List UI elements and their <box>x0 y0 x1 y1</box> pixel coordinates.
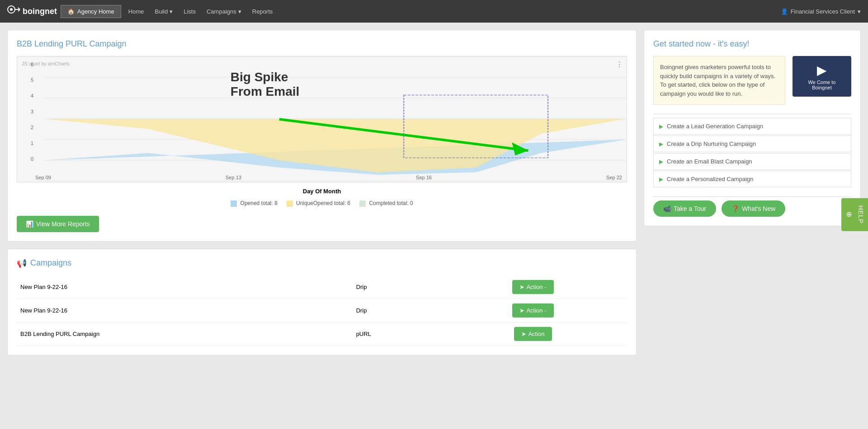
campaign-type-3: pURL <box>353 322 439 345</box>
chart-x-title: Day Of Month <box>17 188 627 195</box>
campaigns-card: 📢 Campaigns New Plan 9-22-16 Drip ➤ Acti… <box>7 249 637 355</box>
action-button-2[interactable]: ➤ Action - <box>512 303 553 317</box>
arrow-icon-blast: ▶ <box>659 159 663 165</box>
bar-chart-icon: 📊 <box>26 220 33 228</box>
divider-2 <box>653 196 851 197</box>
y-label-0: 0 <box>17 156 35 162</box>
nav-lists[interactable]: Lists <box>178 5 201 18</box>
link-personalized[interactable]: ▶ Create a Personalized Campaign <box>653 171 851 187</box>
campaign-name-1: New Plan 9-22-16 <box>17 275 353 299</box>
x-label-sep09: Sep 09 <box>35 175 51 180</box>
take-tour-button[interactable]: 📹 Take a Tour <box>653 201 716 217</box>
chart-y-axis: 0 1 2 3 4 5 6 <box>17 56 35 168</box>
legend-opened: Opened total: 8 <box>231 200 277 207</box>
y-label-2: 2 <box>17 125 35 130</box>
action-label-3: Action <box>528 331 544 337</box>
navbar: boingnet 🏠 Agency Home Home Build ▾ List… <box>0 0 868 23</box>
brand-logo: boingnet <box>7 5 57 18</box>
get-started-title: Get started now - it's easy! <box>653 39 851 49</box>
whats-new-label: What's New <box>742 205 775 212</box>
user-menu[interactable]: 👤 Financial Services Client ▾ <box>781 8 861 15</box>
nav-campaigns[interactable]: Campaigns ▾ <box>201 5 247 18</box>
link-lead-gen-label: Create a Lead Generation Campaign <box>667 123 763 130</box>
link-email-blast[interactable]: ▶ Create an Email Blast Campaign <box>653 153 851 170</box>
nav-home[interactable]: Home <box>123 5 150 18</box>
nav-build[interactable]: Build ▾ <box>149 5 178 18</box>
arrow-icon-lead: ▶ <box>659 123 663 130</box>
main-wrapper: B2B Lending PURL Campaign ⋮ JS chart by … <box>0 23 868 363</box>
campaign-name-2: New Plan 9-22-16 <box>17 298 353 322</box>
y-label-3: 3 <box>17 109 35 114</box>
video-camera-icon: 📹 <box>663 205 671 212</box>
view-more-reports-button[interactable]: 📊 View More Reports <box>17 216 99 232</box>
y-label-5: 5 <box>17 77 35 83</box>
campaign-type-2: Drip <box>353 298 439 322</box>
action-arrow-icon-2: ➤ <box>519 307 524 314</box>
table-row: New Plan 9-22-16 Drip ➤ Action - <box>17 275 627 299</box>
help-tab[interactable]: HELP ⊕ <box>841 198 868 231</box>
arrow-icon-personal: ▶ <box>659 176 663 182</box>
chart-card: B2B Lending PURL Campaign ⋮ JS chart by … <box>7 30 637 242</box>
table-row: B2B Lending PURL Campaign pURL ➤ Action <box>17 322 627 345</box>
take-tour-label: Take a Tour <box>674 205 706 212</box>
megaphone-icon: 📢 <box>17 258 27 268</box>
chart-container: ⋮ JS chart by amCharts 0 1 2 3 4 5 6 <box>17 56 627 182</box>
legend-swatch-completed <box>359 201 366 207</box>
chart-svg <box>17 56 627 182</box>
whats-new-button[interactable]: ❓ What's New <box>722 201 785 217</box>
arrow-icon-drip: ▶ <box>659 141 663 147</box>
action-button-3[interactable]: ➤ Action <box>514 327 552 341</box>
x-label-sep16: Sep 16 <box>416 175 432 180</box>
question-icon: ❓ <box>731 205 739 212</box>
chart-legend: Opened total: 8 UniqueOpened total: 6 Co… <box>17 200 627 207</box>
help-circle-icon: ⊕ <box>845 211 854 218</box>
get-started-intro: Boingnet gives marketers powerful tools … <box>653 56 851 105</box>
agency-home-label: Agency Home <box>77 8 114 15</box>
campaigns-title: 📢 Campaigns <box>17 258 627 268</box>
campaign-links: ▶ Create a Lead Generation Campaign ▶ Cr… <box>653 118 851 187</box>
table-row: New Plan 9-22-16 Drip ➤ Action - <box>17 298 627 322</box>
get-started-card: Get started now - it's easy! Boingnet gi… <box>644 30 861 226</box>
user-icon: 👤 <box>781 8 788 15</box>
left-column: B2B Lending PURL Campaign ⋮ JS chart by … <box>7 30 637 355</box>
agency-home-button[interactable]: 🏠 Agency Home <box>61 5 121 18</box>
build-caret-icon: ▾ <box>170 8 173 15</box>
y-label-4: 4 <box>17 93 35 98</box>
x-label-sep13: Sep 13 <box>226 175 241 180</box>
legend-completed: Completed total: 0 <box>359 200 413 207</box>
legend-unique: UniqueOpened total: 6 <box>287 200 350 207</box>
view-more-label: View More Reports <box>36 220 90 228</box>
link-drip[interactable]: ▶ Create a Drip Nurturing Campaign <box>653 135 851 152</box>
svg-point-1 <box>10 8 13 11</box>
link-lead-gen[interactable]: ▶ Create a Lead Generation Campaign <box>653 118 851 135</box>
y-label-6: 6 <box>17 62 35 67</box>
brand-name: boingnet <box>23 7 57 16</box>
chart-x-axis: Sep 09 Sep 13 Sep 16 Sep 22 <box>35 175 622 180</box>
action-button-1[interactable]: ➤ Action - <box>512 280 553 294</box>
play-icon: ▶ <box>817 63 827 78</box>
campaigns-caret-icon: ▾ <box>238 8 241 15</box>
legend-swatch-opened <box>231 201 237 207</box>
help-label: HELP <box>857 205 864 224</box>
legend-swatch-unique <box>287 201 293 207</box>
chart-card-title: B2B Lending PURL Campaign <box>17 39 627 49</box>
link-drip-label: Create a Drip Nurturing Campaign <box>667 140 756 147</box>
campaign-name-3: B2B Lending PURL Campaign <box>17 322 353 345</box>
chart-menu-button[interactable]: ⋮ <box>616 60 623 69</box>
action-arrow-icon-3: ➤ <box>521 331 526 337</box>
user-caret-icon: ▾ <box>858 8 861 15</box>
action-arrow-icon-1: ➤ <box>519 284 524 290</box>
intro-video-label: We Come to Boingnet <box>808 79 836 90</box>
intro-text: Boingnet gives marketers powerful tools … <box>653 56 785 105</box>
link-email-blast-label: Create an Email Blast Campaign <box>667 158 752 165</box>
action-label-1: Action - <box>526 284 546 290</box>
nav-reports[interactable]: Reports <box>247 5 278 18</box>
link-personalized-label: Create a Personalized Campaign <box>667 176 754 182</box>
get-started-buttons: 📹 Take a Tour ❓ What's New <box>653 201 851 217</box>
campaigns-table: New Plan 9-22-16 Drip ➤ Action - New Pla… <box>17 275 627 346</box>
action-label-2: Action - <box>526 307 546 314</box>
right-column: Get started now - it's easy! Boingnet gi… <box>644 30 861 355</box>
intro-video-thumbnail[interactable]: ▶ We Come to Boingnet <box>793 56 851 97</box>
username-label: Financial Services Client <box>791 8 855 15</box>
x-label-sep22: Sep 22 <box>606 175 622 180</box>
